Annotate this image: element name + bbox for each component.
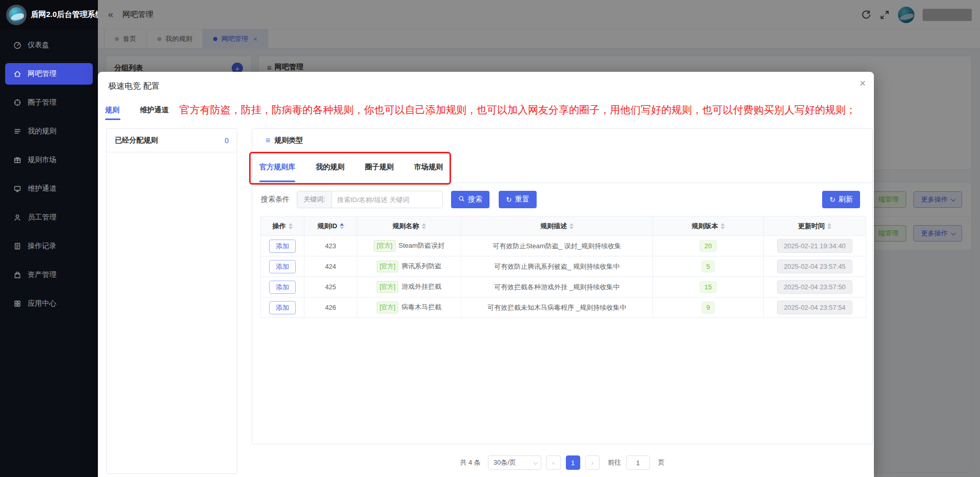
dialog-tabs: 规则 维护通道 官方有防盗，防挂，防病毒的各种规则，你也可以自己添加规则，也可以… — [98, 102, 874, 121]
close-dialog-icon[interactable]: × — [860, 78, 866, 88]
sidebar-item-maintenance[interactable]: 维护通道 — [5, 178, 93, 200]
sidebar-item-label: 网吧管理 — [28, 69, 56, 78]
table-row: 添加 424 [官方]腾讯系列防盗 可有效防止腾讯系列被盗_ 规则持续收集中 5… — [261, 256, 866, 277]
col-updated[interactable]: 更新时间 — [764, 216, 866, 236]
sidebar-item-circles[interactable]: 圈子管理 — [5, 92, 93, 113]
add-rule-button[interactable]: 添加 — [269, 260, 296, 273]
rule-name: 腾讯系列防盗 — [401, 262, 441, 270]
sidebar-item-label: 仪表盘 — [28, 41, 49, 50]
rule-desc: 可有效拦截未知木马病毒程序 _规则持续收集中 — [461, 297, 653, 318]
dialog-tab-maintenance[interactable]: 维护通道 — [140, 106, 169, 115]
assigned-rules-panel: 已经分配规则 0 — [106, 128, 237, 474]
bag-icon — [13, 271, 22, 279]
col-rule-desc[interactable]: 规则描述 — [461, 216, 653, 236]
sort-icon[interactable] — [289, 223, 293, 229]
sidebar-item-app-center[interactable]: 应用中心 — [5, 293, 93, 314]
refresh-icon: ↻ — [829, 196, 835, 203]
tab-my-rules[interactable]: 我的规则 — [316, 152, 344, 182]
rule-source-tabs: 官方规则库 我的规则 圈子规则 市场规则 — [252, 152, 872, 183]
table-row: 添加 423 [官方]Steam防盗误封 可有效防止Steam防盗_ 误封_规则… — [261, 236, 866, 256]
search-input[interactable] — [332, 191, 442, 208]
sidebar-item-label: 维护通道 — [28, 184, 56, 193]
list-icon: ≡ — [266, 136, 270, 145]
assigned-rules-count: 0 — [224, 136, 229, 145]
home-icon — [13, 70, 22, 78]
rule-updated: 2025-02-21 19:34:40 — [777, 239, 852, 253]
sort-icon[interactable] — [721, 223, 725, 229]
app-logo-row: 盾网2.0后台管理系统 — [0, 0, 98, 29]
rule-id: 424 — [304, 256, 357, 277]
dialog-tab-rules[interactable]: 规则 — [105, 106, 119, 115]
grid-icon — [13, 300, 22, 308]
app-title: 盾网2.0后台管理系统 — [31, 10, 103, 19]
sidebar-item-assets[interactable]: 资产管理 — [5, 264, 93, 286]
table-row: 添加 425 [官方]游戏外挂拦截 可有效拦截各种游戏外挂 _规则持续收集中 1… — [261, 277, 866, 297]
rule-name: 游戏外挂拦截 — [401, 283, 441, 290]
official-tag: [官方] — [377, 261, 399, 272]
sidebar-item-label: 资产管理 — [28, 270, 56, 280]
official-tag: [官方] — [377, 281, 399, 293]
rule-version-badge: 9 — [702, 302, 714, 313]
search-label: 搜索条件 — [261, 195, 290, 204]
sidebar-item-netbar[interactable]: 网吧管理 — [5, 63, 93, 85]
page-unit-label: 页 — [658, 458, 665, 467]
goto-page-input[interactable] — [626, 455, 650, 470]
chevron-down-icon — [533, 460, 538, 465]
col-action[interactable]: 操作 — [261, 216, 304, 236]
rule-updated: 2025-02-04 23:57:45 — [777, 260, 852, 273]
add-rule-button[interactable]: 添加 — [269, 301, 296, 314]
refresh-button[interactable]: ↻ 刷新 — [822, 191, 860, 208]
official-tag: [官方] — [374, 240, 396, 252]
app-logo-icon — [6, 5, 27, 25]
col-rule-version[interactable]: 规则版本 — [653, 216, 764, 236]
sidebar-menu: 仪表盘 网吧管理 圈子管理 我的规则 规则市场 维护通道 — [0, 29, 98, 314]
tab-market-rules[interactable]: 市场规则 — [414, 152, 443, 182]
search-bar: 搜索条件 关键词: 搜索 ↻ 重置 — [252, 188, 872, 211]
col-rule-id[interactable]: 规则ID — [304, 216, 357, 236]
total-count: 共 4 条 — [460, 458, 480, 467]
rule-version-badge: 5 — [702, 261, 714, 272]
assigned-rules-title: 已经分配规则 — [115, 136, 158, 145]
rule-version-badge: 20 — [700, 240, 716, 252]
screen: 盾网2.0后台管理系统 仪表盘 网吧管理 圈子管理 我的规则 规则市场 — [0, 0, 980, 477]
list-icon — [13, 127, 22, 135]
sidebar-item-my-rules[interactable]: 我的规则 — [5, 121, 93, 142]
page-1-button[interactable]: 1 — [566, 455, 580, 470]
sort-icon[interactable] — [569, 223, 574, 229]
rule-desc: 可有效防止腾讯系列被盗_ 规则持续收集中 — [461, 256, 653, 277]
document-icon — [13, 242, 22, 250]
sidebar-item-dashboard[interactable]: 仪表盘 — [5, 34, 93, 56]
tab-official-rules[interactable]: 官方规则库 — [259, 152, 295, 182]
sidebar-item-label: 圈子管理 — [28, 98, 56, 107]
rule-types-panel: ≡ 规则类型 官方规则库 我的规则 圈子规则 市场规则 搜索条件 关键词: 搜索 — [252, 128, 873, 444]
rule-updated: 2025-02-04 23:57:50 — [777, 280, 852, 294]
next-page-button[interactable]: › — [585, 455, 600, 470]
sidebar-item-label: 操作记录 — [28, 242, 56, 251]
sort-icon[interactable] — [340, 223, 344, 229]
sidebar-item-rule-market[interactable]: 规则市场 — [5, 149, 93, 171]
monitor-icon — [13, 185, 22, 193]
person-icon — [13, 213, 22, 222]
keyword-prefix: 关键词: — [297, 191, 332, 208]
sort-icon[interactable] — [827, 223, 831, 229]
sidebar-item-label: 规则市场 — [28, 155, 56, 165]
search-button[interactable]: 搜索 — [451, 191, 489, 208]
page-size-select[interactable]: 30条/页 — [488, 455, 541, 470]
add-rule-button[interactable]: 添加 — [269, 281, 296, 294]
sidebar-item-label: 我的规则 — [28, 127, 56, 136]
col-rule-name[interactable]: 规则名称 — [357, 216, 461, 236]
sidebar-item-staff[interactable]: 员工管理 — [5, 207, 93, 228]
rule-id: 426 — [304, 297, 357, 318]
sidebar-item-logs[interactable]: 操作记录 — [5, 235, 93, 257]
prev-page-button[interactable]: ‹ — [546, 455, 561, 470]
pagination: 共 4 条 30条/页 ‹ 1 › 前往 页 — [252, 455, 873, 470]
goto-label: 前往 — [608, 458, 621, 467]
rule-name: 病毒木马拦截 — [401, 303, 441, 311]
tab-circle-rules[interactable]: 圈子规则 — [365, 152, 394, 182]
sort-icon[interactable] — [422, 223, 426, 229]
gift-icon — [13, 156, 22, 164]
reset-button[interactable]: ↻ 重置 — [499, 191, 537, 208]
compass-icon — [13, 98, 22, 107]
add-rule-button[interactable]: 添加 — [269, 240, 296, 253]
rule-version-badge: 15 — [700, 281, 716, 293]
